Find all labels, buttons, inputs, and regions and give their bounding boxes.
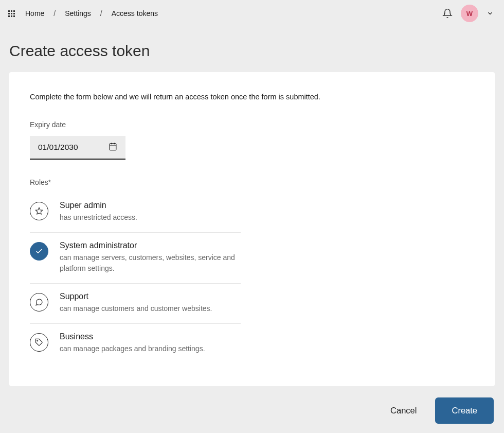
svg-marker-4: [35, 207, 42, 214]
form-instructions: Complete the form below and we will retu…: [30, 93, 474, 101]
apps-icon[interactable]: [8, 10, 15, 17]
header-left: Home / Settings / Access tokens: [8, 7, 161, 20]
role-content: System administrator can manage servers,…: [60, 241, 241, 274]
role-desc: has unrestricted access.: [60, 212, 241, 223]
role-support[interactable]: Support can manage customers and custome…: [30, 284, 241, 324]
role-desc: can manage servers, customers, websites,…: [60, 252, 241, 274]
page-title: Create access token: [0, 27, 504, 72]
breadcrumb-separator: /: [47, 9, 62, 18]
expiry-date-value: 01/01/2030: [38, 143, 78, 152]
chevron-down-icon[interactable]: [487, 10, 494, 17]
form-card: Complete the form below and we will retu…: [9, 72, 495, 386]
role-system-administrator[interactable]: System administrator can manage servers,…: [30, 233, 241, 284]
chat-icon: [30, 293, 48, 311]
breadcrumb-home[interactable]: Home: [22, 7, 47, 20]
roles-section: Roles* Super admin has unrestricted acce…: [30, 178, 474, 363]
cancel-button[interactable]: Cancel: [388, 402, 419, 420]
check-icon: [30, 242, 48, 261]
role-content: Business can manage packages and brandin…: [60, 332, 241, 354]
role-super-admin[interactable]: Super admin has unrestricted access.: [30, 194, 241, 233]
role-name: Support: [60, 292, 241, 301]
role-content: Support can manage customers and custome…: [60, 292, 241, 314]
header-right: W: [442, 5, 494, 22]
footer: Cancel Create: [0, 386, 504, 433]
expiry-date-input[interactable]: 01/01/2030: [30, 136, 125, 160]
breadcrumb-settings[interactable]: Settings: [62, 7, 94, 20]
svg-rect-0: [110, 143, 116, 150]
create-button[interactable]: Create: [435, 397, 494, 424]
role-business[interactable]: Business can manage packages and brandin…: [30, 324, 241, 363]
role-desc: can manage customers and customer websit…: [60, 303, 241, 314]
avatar[interactable]: W: [461, 5, 478, 22]
role-name: System administrator: [60, 241, 241, 250]
tag-icon: [30, 333, 48, 352]
role-name: Business: [60, 332, 241, 341]
role-name: Super admin: [60, 201, 241, 210]
breadcrumb: Home / Settings / Access tokens: [22, 7, 161, 20]
notifications-icon[interactable]: [442, 8, 453, 19]
header: Home / Settings / Access tokens W: [0, 0, 504, 27]
breadcrumb-separator: /: [94, 9, 109, 18]
roles-label: Roles*: [30, 178, 474, 186]
svg-point-5: [37, 340, 38, 341]
role-content: Super admin has unrestricted access.: [60, 201, 241, 223]
expiry-date-label: Expiry date: [30, 120, 474, 129]
star-icon: [30, 202, 48, 220]
breadcrumb-access-tokens[interactable]: Access tokens: [109, 7, 161, 20]
calendar-icon: [109, 142, 117, 153]
role-desc: can manage packages and branding setting…: [60, 343, 241, 354]
